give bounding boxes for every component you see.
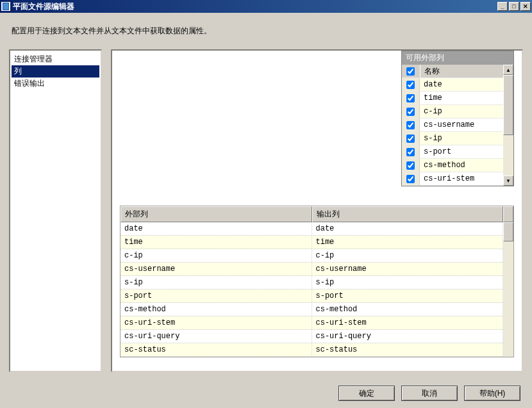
external-column-cell[interactable]: cs-method [121,303,312,316]
titlebar: 平面文件源编辑器 _ □ ✕ [0,0,532,13]
mapping-row[interactable]: s-ports-port [121,290,503,303]
external-column-cell[interactable]: c-ip [121,249,312,262]
column-name-cell[interactable]: time [420,92,503,104]
nav-item-2[interactable]: 错误输出 [12,78,99,90]
checkbox-cell[interactable] [402,145,420,158]
available-row[interactable]: date [402,78,503,92]
window-controls: _ □ ✕ [497,2,531,11]
column-checkbox[interactable] [406,94,415,102]
available-row[interactable]: cs-username [402,118,503,132]
column-name-cell[interactable]: date [420,78,503,91]
output-column-cell[interactable]: cs-username [312,263,504,275]
available-columns-wrap: 可用外部列 名称 datetimec-ipcs-usernames-ips-po… [112,51,522,186]
checkbox-cell[interactable] [402,132,420,145]
available-row[interactable]: s-port [402,145,503,159]
mapping-row[interactable]: cs-uri-querycs-uri-query [121,330,503,343]
cancel-button[interactable]: 取消 [401,386,458,401]
checkbox-cell[interactable] [402,78,420,91]
scroll-up-icon[interactable]: ▲ [503,65,513,75]
external-column-cell[interactable]: cs-username [121,263,312,275]
column-checkbox[interactable] [406,108,415,116]
mapping-scrollbar[interactable] [503,222,513,357]
external-column-cell[interactable]: sc-status [121,343,312,356]
available-scrollbar[interactable]: ▲ ▼ [503,65,513,186]
available-row[interactable]: cs-uri-stem [402,172,503,186]
available-row[interactable]: c-ip [402,105,503,118]
column-name-cell[interactable]: c-ip [420,105,503,118]
column-checkbox[interactable] [406,161,415,170]
output-column-cell[interactable]: cs-method [312,303,504,316]
mapping-row[interactable]: cs-methodcs-method [121,303,503,316]
mapping-row[interactable]: s-ips-ip [121,276,503,290]
column-name-cell[interactable]: s-ip [420,132,503,145]
nav-item-1[interactable]: 列 [12,65,99,78]
checkbox-cell[interactable] [402,105,420,118]
external-column-cell[interactable]: date [121,222,312,235]
select-all-cell[interactable] [402,65,420,78]
external-column-cell[interactable]: time [121,236,312,249]
checkbox-cell[interactable] [402,118,420,131]
output-column-cell[interactable]: sc-status [312,343,504,356]
mapping-grid: 外部列 输出列 datedatetimetimec-ipc-ipcs-usern… [120,206,514,357]
output-column-cell[interactable]: s-port [312,290,504,302]
column-name-cell[interactable]: s-port [420,145,503,158]
mapping-row[interactable]: sc-statussc-status [121,343,503,357]
mapping-row[interactable]: c-ipc-ip [121,249,503,263]
window: 平面文件源编辑器 _ □ ✕ 配置用于连接到文本文件并从文本文件中获取数据的属性… [0,0,532,408]
checkbox-cell[interactable] [402,159,420,172]
column-checkbox[interactable] [406,81,415,89]
mapping-row[interactable]: cs-usernamecs-username [121,263,503,276]
select-all-checkbox[interactable] [406,67,415,76]
close-button[interactable]: ✕ [520,2,531,11]
checkbox-cell[interactable] [402,172,420,185]
output-column-cell[interactable]: s-ip [312,276,504,289]
mapping-row[interactable]: datedate [121,222,503,236]
external-column-cell[interactable]: s-port [121,290,312,302]
external-column-header[interactable]: 外部列 [121,206,312,222]
scroll-thumb[interactable] [503,75,513,135]
mapping-header: 外部列 输出列 [121,206,513,222]
output-column-header[interactable]: 输出列 [312,206,504,222]
column-checkbox[interactable] [406,175,415,183]
mapping-row[interactable]: timetime [121,236,503,249]
external-column-cell[interactable]: s-ip [121,276,312,289]
column-name-cell[interactable]: cs-method [420,159,503,172]
scroll-down-icon[interactable]: ▼ [503,175,513,186]
column-checkbox[interactable] [406,148,415,156]
minimize-button[interactable]: _ [497,2,508,11]
output-column-cell[interactable]: cs-uri-query [312,330,504,343]
checkbox-cell[interactable] [402,92,420,104]
maximize-button[interactable]: □ [509,2,519,11]
available-row[interactable]: cs-method [402,159,503,172]
mapping-scroll-header [503,206,513,222]
nav-panel: 连接管理器列错误输出 [9,49,102,372]
dialog-footer: 确定 取消 帮助(H) [0,379,532,408]
help-button[interactable]: 帮助(H) [464,386,520,401]
external-column-cell[interactable]: cs-uri-query [121,330,312,343]
output-column-cell[interactable]: cs-uri-stem [312,316,504,329]
available-row[interactable]: time [402,92,503,105]
mapping-row[interactable]: cs-uri-stemcs-uri-stem [121,316,503,330]
nav-item-0[interactable]: 连接管理器 [12,53,99,65]
available-columns-grid: 可用外部列 名称 datetimec-ipcs-usernames-ips-po… [401,51,514,186]
external-column-cell[interactable]: cs-uri-stem [121,316,312,329]
app-icon [1,2,10,11]
description-text: 配置用于连接到文本文件并从文本文件中获取数据的属性。 [0,13,532,49]
output-column-cell[interactable]: c-ip [312,249,504,262]
name-header[interactable]: 名称 [420,65,503,78]
content-area: 连接管理器列错误输出 可用外部列 名称 [0,49,532,379]
column-checkbox[interactable] [406,135,415,143]
output-column-cell[interactable]: time [312,236,504,249]
column-checkbox[interactable] [406,121,415,129]
column-name-cell[interactable]: cs-username [420,118,503,131]
mapping-scroll-thumb[interactable] [503,222,513,241]
ok-button[interactable]: 确定 [338,386,395,401]
main-panel: 可用外部列 名称 datetimec-ipcs-usernames-ips-po… [111,49,523,372]
available-row[interactable]: s-ip [402,132,503,145]
output-column-cell[interactable]: date [312,222,504,235]
available-header-row: 名称 [402,65,503,78]
column-name-cell[interactable]: cs-uri-stem [420,172,503,185]
window-title: 平面文件源编辑器 [13,1,497,12]
available-columns-title: 可用外部列 [402,51,513,65]
